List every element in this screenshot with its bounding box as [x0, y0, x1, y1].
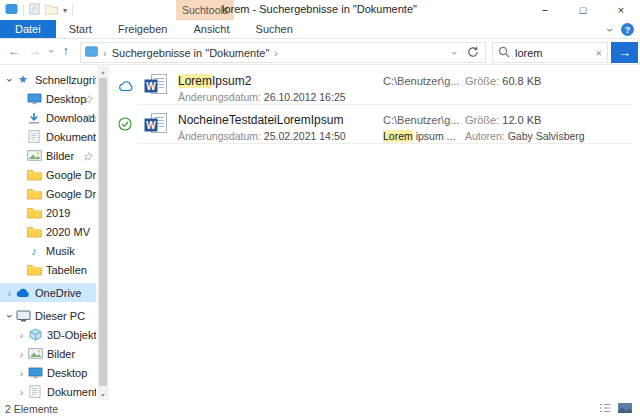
folder-icon — [26, 226, 42, 238]
ribbon-tab-bar: Datei Start Freigeben Ansicht Suchen — [0, 20, 640, 39]
pin-icon — [84, 151, 93, 163]
quick-access-toolbar: ▾ — [5, 2, 73, 18]
help-icon[interactable]: ? — [621, 23, 634, 36]
sidebar-item-google-drive-2[interactable]: Google Drive — [0, 184, 96, 203]
clear-search-icon[interactable]: × — [596, 47, 602, 59]
expand-ribbon-icon[interactable]: › — [603, 28, 617, 32]
chevron-collapsed-icon[interactable]: › — [16, 386, 27, 398]
new-folder-icon[interactable] — [45, 1, 58, 19]
sidebar-item-pc-desktop[interactable]: › Desktop — [0, 363, 96, 382]
explorer-window-icon — [5, 1, 18, 19]
sidebar-item-downloads[interactable]: Downloads — [0, 108, 96, 127]
back-icon[interactable]: ← — [8, 44, 20, 58]
sidebar-item-google-drive[interactable]: Google Drive — [0, 165, 96, 184]
address-bar[interactable]: › Suchergebnisse in "Dokumente" › › — [80, 42, 486, 63]
sidebar-item-pc-dokumente[interactable]: › Dokumente — [0, 382, 96, 400]
3d-objects-icon — [27, 328, 43, 341]
sidebar-item-bilder[interactable]: Bilder — [0, 146, 96, 165]
sidebar-item-2020-mv[interactable]: 2020 MV — [0, 222, 96, 241]
navigation-pane: › ★ Schnellzugriff Desktop Downloads Dok… — [0, 70, 96, 400]
desktop-icon — [26, 93, 42, 105]
music-icon: ♪ — [26, 245, 42, 257]
address-dropdown-icon[interactable]: › — [449, 51, 461, 55]
file-row-nocheinetestdatei[interactable]: W NocheineTestdateiLoremIpsum Änderungsd… — [110, 105, 640, 143]
forward-icon[interactable]: → — [29, 44, 41, 58]
pin-icon — [84, 189, 93, 201]
sidebar-scrollbar[interactable]: ▴ ▾ — [97, 66, 109, 400]
content-snippet: Lorem ipsum ... — [383, 130, 465, 143]
authors-value: Gaby Salvisberg — [508, 130, 585, 142]
properties-icon[interactable] — [29, 1, 40, 19]
word-document-icon: W — [144, 113, 168, 139]
sidebar-item-3d-objekte[interactable]: › 3D-Objekte — [0, 325, 96, 344]
sidebar-item-dieser-pc[interactable]: › Dieser PC — [0, 306, 96, 325]
search-input[interactable] — [515, 47, 591, 59]
breadcrumb-chevron-icon[interactable]: › — [103, 47, 107, 59]
file-path: C:\Benutzer\g... — [383, 113, 465, 127]
divider — [72, 4, 73, 16]
navigation-toolbar: ← → › ↑ › Suchergebnisse in "Dokumente" … — [0, 40, 640, 65]
tab-datei[interactable]: Datei — [0, 20, 56, 38]
minimize-button[interactable]: − — [526, 0, 564, 20]
breadcrumb-chevron-icon[interactable]: › — [274, 47, 278, 59]
pin-icon — [84, 132, 93, 144]
location-icon — [85, 46, 98, 59]
details-view-icon[interactable] — [599, 403, 611, 415]
tab-freigeben[interactable]: Freigeben — [105, 20, 181, 38]
computer-icon — [15, 310, 31, 322]
file-row-loremipsum2[interactable]: W LoremIpsum2 Änderungsdatum: 26.10.2012… — [110, 66, 640, 104]
window-controls: − □ × — [526, 0, 640, 20]
folder-icon — [26, 169, 42, 181]
svg-text:W: W — [146, 81, 156, 92]
modified-label: Änderungsdatum: — [178, 130, 261, 142]
maximize-button[interactable]: □ — [564, 0, 602, 20]
scroll-up-icon[interactable]: ▴ — [97, 66, 109, 77]
modified-value: 26.10.2012 16:25 — [264, 91, 346, 103]
search-go-button[interactable]: → — [611, 42, 638, 63]
up-icon[interactable]: ↑ — [63, 44, 69, 58]
onedrive-cloud-icon — [15, 287, 31, 298]
modified-label: Änderungsdatum: — [178, 91, 261, 103]
sidebar-item-dokumente[interactable]: Dokumente — [0, 127, 96, 146]
sidebar-item-musik[interactable]: ♪ Musik — [0, 241, 96, 260]
downloads-icon — [26, 112, 42, 124]
breadcrumb[interactable]: Suchergebnisse in "Dokumente" — [112, 47, 270, 59]
tab-start[interactable]: Start — [56, 20, 105, 38]
chevron-collapsed-icon[interactable]: › — [4, 287, 15, 299]
document-icon — [27, 385, 43, 398]
scroll-down-icon[interactable]: ▾ — [97, 389, 109, 400]
quick-access-star-icon: ★ — [15, 73, 31, 86]
pin-icon — [84, 94, 93, 106]
search-icon — [498, 44, 510, 62]
sidebar-item-pc-bilder[interactable]: › Bilder — [0, 344, 96, 363]
status-bar: 2 Elemente — [0, 400, 640, 417]
close-button[interactable]: × — [602, 0, 640, 20]
chevron-collapsed-icon[interactable]: › — [16, 348, 27, 360]
chevron-expanded-icon[interactable]: › — [4, 310, 16, 321]
search-box: × — [492, 42, 608, 63]
sidebar-item-tabellen[interactable]: Tabellen — [0, 260, 96, 279]
tab-ansicht[interactable]: Ansicht — [180, 20, 242, 38]
tab-suchen[interactable]: Suchen — [243, 20, 306, 38]
recent-locations-icon[interactable]: › — [46, 49, 58, 53]
sidebar-item-onedrive[interactable]: › OneDrive — [0, 283, 96, 302]
scrollbar-thumb[interactable] — [99, 78, 107, 386]
modified-value: 25.02.2021 14:50 — [264, 130, 346, 142]
customize-qat-dropdown-icon[interactable]: ▾ — [63, 6, 67, 15]
sidebar-item-desktop[interactable]: Desktop — [0, 89, 96, 108]
authors-label: Autoren: — [465, 130, 505, 142]
row-divider — [138, 143, 632, 144]
sidebar-item-schnellzugriff[interactable]: › ★ Schnellzugriff — [0, 70, 96, 89]
nav-buttons: ← → › ↑ — [8, 44, 69, 58]
items-count: 2 Elemente — [5, 403, 58, 415]
chevron-collapsed-icon[interactable]: › — [16, 329, 27, 341]
size-label: Größe: — [465, 75, 499, 87]
chevron-collapsed-icon[interactable]: › — [16, 367, 27, 379]
refresh-icon[interactable] — [467, 46, 479, 60]
divider — [23, 4, 24, 16]
thumbnails-view-icon[interactable] — [618, 403, 632, 415]
chevron-expanded-icon[interactable]: › — [4, 74, 16, 85]
sidebar-item-2019[interactable]: 2019 — [0, 203, 96, 222]
size-label: Größe: — [465, 114, 499, 126]
onedrive-online-status-icon — [118, 78, 134, 96]
